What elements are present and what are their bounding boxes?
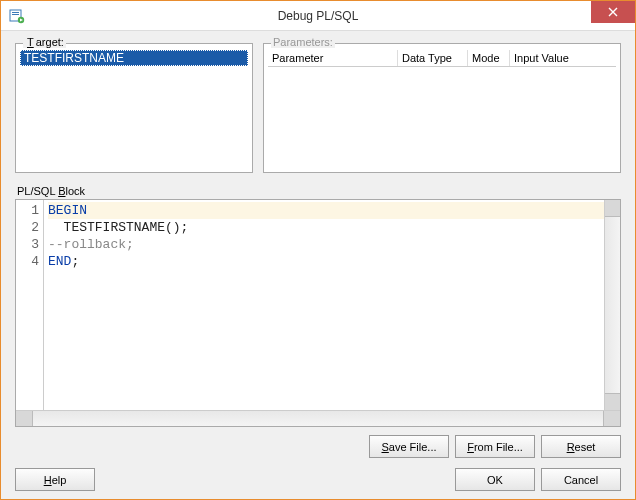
plsql-block-label: PL/SQL Block — [15, 185, 621, 197]
parameters-panel: Parameters: Parameter Data Type Mode Inp… — [263, 43, 621, 173]
code-editor[interactable]: 1234 BEGIN TESTFIRSTNAME();--rollback;EN… — [15, 199, 621, 427]
code-area[interactable]: BEGIN TESTFIRSTNAME();--rollback;END; — [44, 200, 620, 410]
line-gutter: 1234 — [16, 200, 44, 410]
title-bar: Debug PL/SQL — [1, 1, 635, 31]
target-list[interactable]: TESTFIRSTNAME — [20, 50, 248, 168]
horizontal-scrollbar[interactable] — [16, 410, 620, 426]
cancel-button[interactable]: Cancel — [541, 468, 621, 491]
col-datatype: Data Type — [398, 50, 468, 66]
parameters-header: Parameter Data Type Mode Input Value — [268, 50, 616, 67]
window-title: Debug PL/SQL — [1, 9, 635, 23]
col-mode: Mode — [468, 50, 510, 66]
help-button[interactable]: Help — [15, 468, 95, 491]
col-inputvalue: Input Value — [510, 50, 616, 66]
vertical-scrollbar[interactable] — [604, 200, 620, 410]
target-panel: Target: TESTFIRSTNAME — [15, 43, 253, 173]
target-label: Target: — [23, 36, 66, 48]
target-item[interactable]: TESTFIRSTNAME — [20, 50, 248, 66]
from-file-button[interactable]: From File... — [455, 435, 535, 458]
col-parameter: Parameter — [268, 50, 398, 66]
ok-button[interactable]: OK — [455, 468, 535, 491]
save-file-button[interactable]: Save File... — [369, 435, 449, 458]
parameters-label: Parameters: — [271, 36, 335, 48]
reset-button[interactable]: Reset — [541, 435, 621, 458]
